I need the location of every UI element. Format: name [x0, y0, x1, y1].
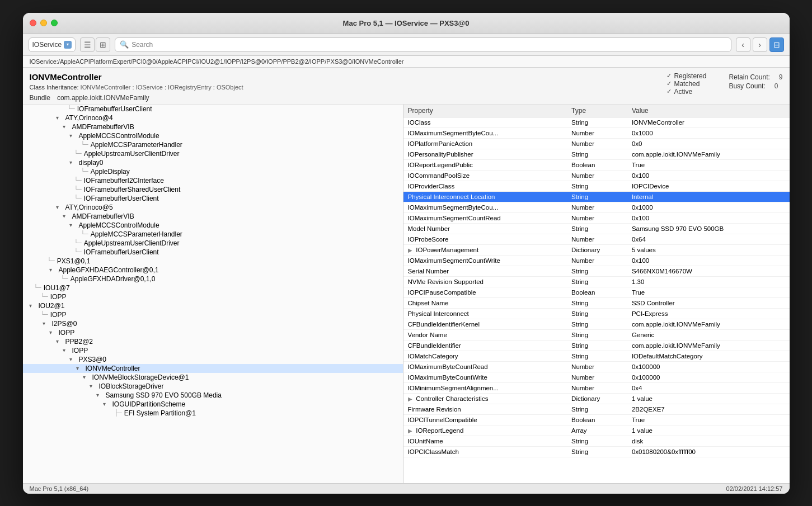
nav-forward-button[interactable]: ›: [753, 37, 767, 52]
tree-expand-arrow[interactable]: ▾: [48, 267, 54, 273]
tree-expand-arrow[interactable]: ▾: [68, 159, 74, 166]
close-button[interactable]: [30, 20, 36, 26]
table-row[interactable]: IOMaximumSegmentCountWriteNumber0x100: [403, 255, 790, 266]
search-input[interactable]: [132, 41, 726, 49]
tree-expand-arrow[interactable]: ▾: [74, 365, 81, 372]
tree-item[interactable]: ▾AppleMCCSControlModule: [23, 221, 403, 230]
tree-panel[interactable]: └─ IOFramebufferUserClient▾ATY,Orinoco@4…: [23, 105, 403, 483]
table-row[interactable]: Serial NumberStringS466NX0M146670W: [403, 266, 790, 276]
tree-item[interactable]: └─ IOFramebufferI2CInterface: [23, 176, 403, 185]
table-row[interactable]: IOMaximumByteCountReadNumber0x100000: [403, 361, 790, 372]
table-row[interactable]: IOPCIClassMatchString0x01080200&0xffffff…: [403, 446, 790, 457]
tree-expand-arrow[interactable]: ▾: [54, 115, 61, 121]
table-row[interactable]: CFBundleIdentifierStringcom.apple.iokit.…: [403, 340, 790, 351]
tree-item[interactable]: ▾PXS3@0: [23, 355, 403, 364]
service-selector[interactable]: IOService ▾: [29, 37, 76, 52]
tree-item[interactable]: ▾AMDFramebufferVIB: [23, 122, 403, 131]
table-row[interactable]: IOPCITunnelCompatibleBooleanTrue: [403, 414, 790, 425]
table-row[interactable]: ▶ Controller CharacteristicsDictionary1 …: [403, 393, 790, 404]
table-row[interactable]: IOPlatformPanicActionNumber0x0: [403, 138, 790, 149]
table-row[interactable]: NVMe Revision SupportedString1.30: [403, 276, 790, 287]
table-row[interactable]: Vendor NameStringGeneric: [403, 329, 790, 340]
table-row[interactable]: ▶ IOPowerManagementDictionary5 values: [403, 244, 790, 255]
tree-item[interactable]: ▾IOU2@1: [23, 301, 403, 310]
tree-item[interactable]: └─ AppleMCCSParameterHandler: [23, 140, 403, 149]
expand-arrow-icon[interactable]: ▶: [408, 247, 416, 253]
table-row[interactable]: IOMinimumSegmentAlignmen...Number0x4: [403, 382, 790, 393]
table-row[interactable]: IOMaximumSegmentByteCou...Number0x1000: [403, 127, 790, 138]
tree-item[interactable]: └─ IOFramebufferUserClient: [23, 248, 403, 257]
table-row[interactable]: IOPersonalityPublisherStringcom.apple.io…: [403, 149, 790, 159]
table-row[interactable]: IOReportLegendPublicBooleanTrue: [403, 159, 790, 170]
tree-item[interactable]: ▾IOGUIDPartitionScheme: [23, 400, 403, 409]
bookmark-button[interactable]: ⊟: [769, 37, 784, 52]
nav-back-button[interactable]: ‹: [736, 37, 750, 52]
table-row[interactable]: IOMaximumByteCountWriteNumber0x100000: [403, 372, 790, 382]
tree-item[interactable]: └─ AppleGFXHDADriver@0,1,0: [23, 275, 403, 283]
tree-expand-arrow[interactable]: ▾: [68, 222, 74, 229]
grid-view-button[interactable]: ⊞: [96, 37, 110, 52]
tree-item[interactable]: ▾I2PS@0: [23, 319, 403, 328]
tree-item[interactable]: └─ IOFramebufferSharedUserClient: [23, 185, 403, 194]
expand-arrow-icon[interactable]: ▶: [408, 396, 416, 402]
tree-item[interactable]: └─ PXS1@0,1: [23, 257, 403, 266]
tree-item[interactable]: ▾IOPP: [23, 328, 403, 337]
tree-item[interactable]: ▾AppleMCCSControlModule: [23, 131, 403, 140]
tree-expand-arrow[interactable]: ▾: [27, 302, 34, 309]
tree-item[interactable]: └─ AppleUpstreamUserClientDriver: [23, 149, 403, 158]
search-bar[interactable]: 🔍: [115, 37, 731, 52]
tree-item[interactable]: └─ AppleMCCSParameterHandler: [23, 230, 403, 239]
table-row[interactable]: IOCommandPoolSizeNumber0x100: [403, 170, 790, 181]
tree-expand-arrow[interactable]: ▾: [61, 124, 68, 130]
tree-item[interactable]: └─ AppleDisplay: [23, 167, 403, 176]
tree-expand-arrow[interactable]: ▾: [95, 392, 101, 399]
selector-arrow-icon[interactable]: ▾: [64, 41, 72, 49]
maximize-button[interactable]: [51, 20, 58, 26]
tree-expand-arrow[interactable]: ▾: [61, 213, 68, 220]
tree-item[interactable]: └─ IOPP: [23, 292, 403, 301]
table-row[interactable]: Chipset NameStringSSD Controller: [403, 297, 790, 308]
table-row[interactable]: Physical InterconnectStringPCI-Express: [403, 308, 790, 319]
tree-item[interactable]: ▾IONVMeBlockStorageDevice@1: [23, 373, 403, 382]
tree-expand-arrow[interactable]: ▾: [88, 383, 95, 390]
tree-item[interactable]: ▾AppleGFXHDAEGController@0,1: [23, 266, 403, 275]
tree-item[interactable]: ▾Samsung SSD 970 EVO 500GB Media: [23, 391, 403, 400]
table-row[interactable]: IOMatchCategoryStringIODefaultMatchCateg…: [403, 351, 790, 361]
tree-expand-arrow[interactable]: ▾: [61, 347, 68, 354]
tree-item[interactable]: └─ AppleUpstreamUserClientDriver: [23, 239, 403, 248]
table-row[interactable]: IOProviderClassStringIOPCIDevice: [403, 181, 790, 191]
tree-expand-arrow[interactable]: ▾: [48, 329, 54, 336]
tree-item[interactable]: ▾display0: [23, 158, 403, 167]
list-view-button[interactable]: ☰: [80, 37, 95, 52]
properties-panel[interactable]: Property Type Value IOClassStringIONVMeC…: [403, 105, 790, 483]
table-row[interactable]: Model NumberStringSamsung SSD 970 EVO 50…: [403, 223, 790, 234]
table-row[interactable]: IOMaximumSegmentCountReadNumber0x100: [403, 212, 790, 223]
table-row[interactable]: IOProbeScoreNumber0x64: [403, 234, 790, 244]
tree-item[interactable]: └─ IOPP: [23, 310, 403, 319]
tree-item[interactable]: ▾IOPP: [23, 346, 403, 355]
tree-expand-arrow[interactable]: ▾: [41, 320, 48, 327]
tree-item[interactable]: ▾PPB2@2: [23, 337, 403, 346]
tree-expand-arrow[interactable]: ▾: [54, 338, 61, 345]
tree-item[interactable]: └─ IOU1@7: [23, 283, 403, 292]
tree-item[interactable]: ▾ATY,Orinoco@5: [23, 203, 403, 212]
table-row[interactable]: IOClassStringIONVMeController: [403, 117, 790, 127]
table-row[interactable]: ▶ IOReportLegendArray1 value: [403, 425, 790, 436]
tree-expand-arrow[interactable]: ▾: [101, 401, 108, 408]
tree-item[interactable]: ▾AMDFramebufferVIB: [23, 212, 403, 221]
table-row[interactable]: Physical Interconnect LocationStringInte…: [403, 191, 790, 202]
tree-expand-arrow[interactable]: ▾: [68, 356, 74, 363]
tree-item[interactable]: ▾IOBlockStorageDriver: [23, 382, 403, 391]
expand-arrow-icon[interactable]: ▶: [408, 428, 416, 434]
tree-item[interactable]: └─ IOFramebufferUserClient: [23, 194, 403, 203]
table-row[interactable]: CFBundleIdentifierKernelStringcom.apple.…: [403, 319, 790, 329]
table-row[interactable]: Firmware RevisionString2B2QEXE7: [403, 404, 790, 414]
tree-expand-arrow[interactable]: ▾: [54, 204, 61, 211]
minimize-button[interactable]: [40, 20, 47, 26]
tree-expand-arrow[interactable]: ▾: [81, 374, 88, 381]
table-row[interactable]: IOUnitNameStringdisk: [403, 436, 790, 446]
tree-expand-arrow[interactable]: ▾: [68, 133, 74, 139]
tree-item[interactable]: ▾ATY,Orinoco@4: [23, 114, 403, 122]
table-row[interactable]: IOPCIPauseCompatibleBooleanTrue: [403, 287, 790, 297]
table-row[interactable]: IOMaximumSegmentByteCou...Number0x1000: [403, 202, 790, 212]
